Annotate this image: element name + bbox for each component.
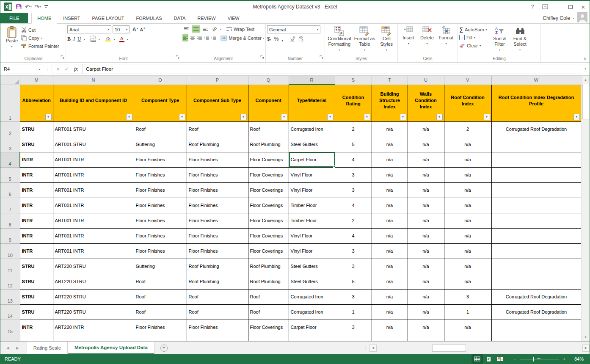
redo-caret-icon[interactable]: ▾ <box>40 6 41 8</box>
cell[interactable]: Roof <box>187 289 248 304</box>
underline-button[interactable]: U <box>77 36 81 42</box>
cell[interactable]: Roof <box>248 304 289 320</box>
shrink-font-button[interactable]: A▼ <box>140 27 146 33</box>
cell[interactable]: Floor Finishes <box>187 152 248 167</box>
table-header-cell[interactable]: Component▾ <box>248 85 289 121</box>
cell[interactable]: Timber Floor <box>289 213 335 228</box>
cell[interactable]: Floor Finishes <box>134 167 187 182</box>
cell[interactable]: n/a <box>372 320 408 335</box>
cell[interactable]: n/a <box>372 243 408 259</box>
cell[interactable]: 3 <box>444 289 491 304</box>
scroll-down-icon[interactable]: ▼ <box>582 334 590 341</box>
cell[interactable]: INTR <box>20 243 53 259</box>
alignment-dialog-launcher[interactable] <box>260 53 264 61</box>
cell[interactable]: n/a <box>444 259 491 274</box>
align-right-button[interactable] <box>196 34 202 41</box>
fill-color-caret-icon[interactable]: ▾ <box>114 38 115 41</box>
cell[interactable]: n/a <box>408 167 444 182</box>
cell[interactable]: Corrugated Roof Degradation <box>491 304 581 320</box>
filter-button[interactable]: ▾ <box>126 114 132 120</box>
save-icon[interactable] <box>15 3 22 10</box>
cell[interactable]: STRU <box>20 274 53 289</box>
row-header-15[interactable]: 15 <box>0 320 20 335</box>
ribbon-display-options-icon[interactable] <box>539 1 551 12</box>
fill-color-button[interactable] <box>105 36 111 43</box>
cell[interactable] <box>53 335 134 341</box>
cell[interactable]: ART001 INTR <box>53 152 134 167</box>
cell[interactable]: Vinyl Floor <box>289 167 335 182</box>
cut-button[interactable]: Cut <box>21 26 59 34</box>
cell[interactable]: ART001 INTR <box>53 182 134 198</box>
cell[interactable]: 2 <box>335 121 372 137</box>
expand-formula-bar-icon[interactable]: ▾ <box>581 63 590 75</box>
cell[interactable]: Timber Floor <box>289 198 335 213</box>
tab-insert[interactable]: INSERT <box>57 13 86 23</box>
cell[interactable]: Floor Finishes <box>134 152 187 167</box>
clear-button[interactable]: Clear ▾ <box>459 41 487 50</box>
select-all-corner[interactable] <box>0 76 20 85</box>
delete-cells-button[interactable]: Delete ▾ <box>418 25 436 56</box>
cell[interactable]: n/a <box>408 274 444 289</box>
cell[interactable]: n/a <box>444 213 491 228</box>
cell[interactable]: 4 <box>335 198 372 213</box>
row-header-12[interactable]: 12 <box>0 274 20 289</box>
cell[interactable]: Guttering <box>134 259 187 274</box>
cell[interactable]: Roof Plumbing <box>248 259 289 274</box>
cell[interactable]: ART001 INTR <box>53 198 134 213</box>
cell[interactable]: Floor Finishes <box>187 167 248 182</box>
cell[interactable]: 1 <box>444 304 491 320</box>
format-painter-button[interactable]: Format Painter <box>21 42 59 50</box>
cell[interactable] <box>491 243 581 259</box>
table-header-cell[interactable]: Component Type▾ <box>134 85 187 121</box>
account-caret-icon[interactable]: ▾ <box>573 17 574 19</box>
insert-caret-icon[interactable]: ▾ <box>408 41 409 47</box>
cell[interactable]: n/a <box>408 259 444 274</box>
cell[interactable]: n/a <box>372 274 408 289</box>
cell[interactable]: ART220 STRU <box>53 274 134 289</box>
scroll-right-icon[interactable]: ▶ <box>582 345 590 352</box>
cell[interactable]: INTR <box>20 228 53 243</box>
horizontal-scrollbar[interactable]: ◀ ▶ <box>369 342 590 354</box>
tab-data[interactable]: DATA <box>168 13 192 23</box>
column-header-N[interactable]: N <box>53 76 134 85</box>
table-header-cell[interactable]: Type/Material▾ <box>289 85 335 121</box>
cell[interactable]: n/a <box>372 259 408 274</box>
cell[interactable]: Roof <box>187 304 248 320</box>
cell[interactable]: STRU <box>20 137 53 152</box>
prev-sheet-icon[interactable]: ◀ <box>6 346 9 350</box>
cell[interactable] <box>491 213 581 228</box>
cell[interactable]: Roof Plumbing <box>187 274 248 289</box>
cell[interactable]: n/a <box>408 243 444 259</box>
align-left-button[interactable] <box>182 34 188 41</box>
cell[interactable] <box>491 274 581 289</box>
cell[interactable]: n/a <box>408 137 444 152</box>
row-header-2[interactable]: 2 <box>0 121 20 137</box>
row-header-10[interactable]: 10 <box>0 243 20 259</box>
sort-filter-button[interactable]: AZ Sort & Filter ▾ <box>490 25 510 56</box>
cell[interactable]: Corrugated Iron <box>289 289 335 304</box>
cell[interactable]: n/a <box>408 320 444 335</box>
cell[interactable]: Floor Coverings <box>248 213 289 228</box>
filter-button[interactable]: ▾ <box>364 114 370 120</box>
cell[interactable]: Floor Finishes <box>134 213 187 228</box>
font-dialog-launcher[interactable] <box>176 53 179 61</box>
cell[interactable]: INTR <box>20 167 53 182</box>
row-header-9[interactable]: 9 <box>0 228 20 243</box>
formula-bar-grip[interactable]: ⋮ <box>43 63 52 75</box>
table-header-cell[interactable]: Roof Condition Index Degradation Profile… <box>491 85 581 121</box>
sheet-tab-metropolis-agency-upload-data[interactable]: Metropolis Agency Upload Data <box>68 342 154 354</box>
cell[interactable]: ART001 STRU <box>53 121 134 137</box>
format-cells-button[interactable]: Format ▾ <box>436 25 456 56</box>
decrease-indent-button[interactable] <box>203 34 209 41</box>
cell[interactable]: n/a <box>444 167 491 182</box>
zoom-in-button[interactable]: + <box>563 356 565 361</box>
cell[interactable]: Floor Coverings <box>248 167 289 182</box>
filter-button[interactable]: ▾ <box>484 114 490 120</box>
cell-styles-caret-icon[interactable]: ▾ <box>386 47 387 53</box>
row-header-7[interactable]: 7 <box>0 198 20 213</box>
cell[interactable]: INTR <box>20 152 53 167</box>
column-header-W[interactable]: W <box>491 76 581 85</box>
enter-icon[interactable]: ✓ <box>65 66 69 72</box>
cell[interactable]: n/a <box>408 289 444 304</box>
zoom-out-button[interactable]: − <box>513 356 516 361</box>
